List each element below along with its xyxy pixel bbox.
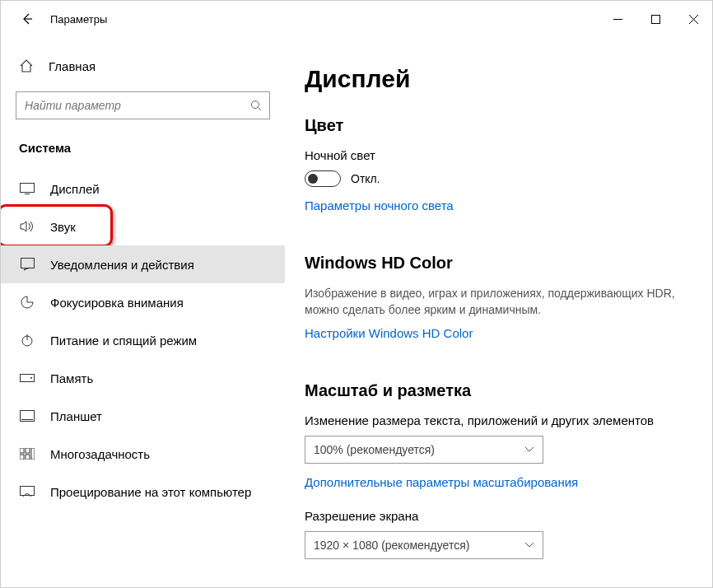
svg-point-5 xyxy=(252,101,259,109)
maximize-button[interactable] xyxy=(636,6,674,32)
chevron-down-icon xyxy=(524,446,534,453)
sidebar-item-notifications[interactable]: Уведомления и действия xyxy=(1,245,285,283)
resolution-label: Разрешение экрана xyxy=(305,509,687,523)
hdcolor-settings-link[interactable]: Настройки Windows HD Color xyxy=(305,326,687,340)
power-icon xyxy=(19,332,35,348)
hdcolor-description: Изображение в видео, играх и приложениях… xyxy=(305,286,687,318)
nav-list: Дисплей Звук Уведомления и действия Фо xyxy=(1,170,285,511)
search-icon xyxy=(250,100,262,111)
svg-rect-19 xyxy=(26,455,30,460)
sidebar-item-label: Фокусировка внимания xyxy=(50,296,184,310)
projecting-icon xyxy=(19,483,35,500)
sidebar-item-projecting[interactable]: Проецирование на этот компьютер xyxy=(1,473,285,511)
scale-label: Изменение размера текста, приложений и д… xyxy=(305,413,687,427)
back-button[interactable] xyxy=(16,7,39,30)
toggle-state-text: Откл. xyxy=(351,172,380,185)
sidebar-item-label: Память xyxy=(50,371,93,385)
search-box[interactable] xyxy=(16,91,270,119)
resolution-dropdown-value: 1920 × 1080 (рекомендуется) xyxy=(314,539,469,552)
night-light-label: Ночной свет xyxy=(305,148,687,162)
chevron-down-icon xyxy=(524,542,534,548)
sidebar-item-tablet[interactable]: Планшет xyxy=(1,397,285,435)
section-color-heading: Цвет xyxy=(305,116,687,135)
night-light-settings-link[interactable]: Параметры ночного света xyxy=(305,198,687,212)
home-icon xyxy=(19,58,34,73)
night-light-toggle[interactable] xyxy=(305,170,341,187)
search-input[interactable] xyxy=(16,91,270,119)
svg-rect-2 xyxy=(651,15,659,23)
sidebar-item-label: Планшет xyxy=(50,409,102,423)
sidebar-item-label: Питание и спящий режим xyxy=(50,334,197,348)
sidebar-item-storage[interactable]: Память xyxy=(1,359,285,397)
resolution-dropdown[interactable]: 1920 × 1080 (рекомендуется) xyxy=(305,531,543,559)
svg-rect-15 xyxy=(21,419,33,420)
sidebar-item-sound[interactable]: Звук xyxy=(1,208,285,245)
window-title: Параметры xyxy=(50,13,107,26)
sidebar-item-label: Многозадачность xyxy=(50,447,150,461)
sound-icon xyxy=(19,218,35,235)
home-button[interactable]: Главная xyxy=(1,50,285,82)
sidebar-item-label: Дисплей xyxy=(50,182,100,196)
sidebar-item-label: Проецирование на этот компьютер xyxy=(50,485,251,499)
svg-point-13 xyxy=(30,377,32,379)
sidebar-item-label: Звук xyxy=(50,220,76,234)
page-title: Дисплей xyxy=(305,65,687,93)
section-title: Система xyxy=(1,129,285,170)
window-buttons xyxy=(599,6,712,32)
svg-rect-7 xyxy=(21,184,35,193)
focus-icon xyxy=(19,294,35,310)
tablet-icon xyxy=(19,408,35,424)
night-light-toggle-row: Откл. xyxy=(305,170,687,187)
sidebar-item-display[interactable]: Дисплей xyxy=(1,170,285,208)
section-scale-heading: Масштаб и разметка xyxy=(305,381,687,400)
main-content: Дисплей Цвет Ночной свет Откл. Параметры… xyxy=(285,37,712,587)
display-icon xyxy=(19,180,35,197)
multitasking-icon xyxy=(19,446,35,462)
storage-icon xyxy=(19,370,35,386)
sidebar-item-multitasking[interactable]: Многозадачность xyxy=(1,435,285,473)
svg-line-6 xyxy=(259,108,262,111)
sidebar-item-label: Уведомления и действия xyxy=(50,258,194,272)
notifications-icon xyxy=(19,256,35,273)
svg-rect-20 xyxy=(31,448,35,460)
home-label: Главная xyxy=(49,59,96,73)
section-hdcolor-heading: Windows HD Color xyxy=(305,254,687,273)
minimize-button[interactable] xyxy=(599,6,636,32)
scale-dropdown[interactable]: 100% (рекомендуется) xyxy=(305,436,543,464)
titlebar: Параметры xyxy=(1,1,712,37)
svg-rect-17 xyxy=(26,448,30,453)
advanced-scaling-link[interactable]: Дополнительные параметры масштабирования xyxy=(305,475,687,489)
svg-rect-16 xyxy=(20,448,24,453)
sidebar-item-focus[interactable]: Фокусировка внимания xyxy=(1,283,285,321)
svg-rect-18 xyxy=(20,455,24,460)
sidebar-item-power[interactable]: Питание и спящий режим xyxy=(1,321,285,359)
scale-dropdown-value: 100% (рекомендуется) xyxy=(314,443,435,456)
close-button[interactable] xyxy=(674,6,712,32)
svg-rect-9 xyxy=(21,259,34,268)
sidebar: Главная Система Дисплей Звук xyxy=(1,37,285,587)
